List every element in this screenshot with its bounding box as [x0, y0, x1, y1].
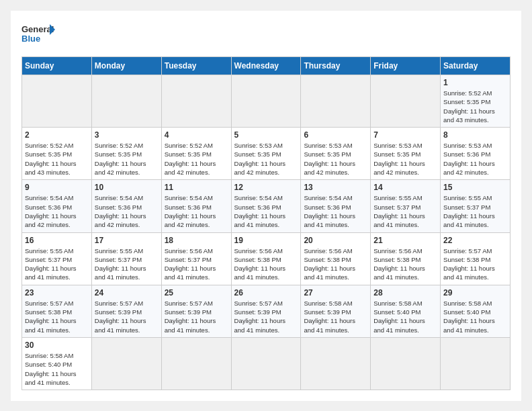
day-cell: [301, 75, 371, 128]
day-info: Sunrise: 5:58 AM Sunset: 5:39 PM Dayligh…: [304, 299, 367, 334]
day-info: Sunrise: 5:57 AM Sunset: 5:38 PM Dayligh…: [25, 299, 89, 334]
day-cell: 27Sunrise: 5:58 AM Sunset: 5:39 PM Dayli…: [301, 285, 371, 337]
day-info: Sunrise: 5:53 AM Sunset: 5:35 PM Dayligh…: [304, 141, 367, 177]
day-cell: 4Sunrise: 5:52 AM Sunset: 5:35 PM Daylig…: [161, 128, 231, 180]
day-cell: [231, 75, 301, 128]
header-cell-monday: Monday: [91, 57, 161, 75]
header-cell-wednesday: Wednesday: [231, 57, 301, 75]
day-cell: [371, 75, 441, 128]
day-info: Sunrise: 5:55 AM Sunset: 5:37 PM Dayligh…: [443, 193, 507, 229]
day-info: Sunrise: 5:52 AM Sunset: 5:35 PM Dayligh…: [443, 89, 507, 124]
day-number: 2: [25, 130, 89, 140]
day-number: 21: [373, 236, 437, 245]
day-cell: 21Sunrise: 5:56 AM Sunset: 5:38 PM Dayli…: [371, 232, 441, 285]
day-number: 22: [443, 236, 507, 245]
day-number: 4: [165, 130, 228, 140]
day-info: Sunrise: 5:58 AM Sunset: 5:40 PM Dayligh…: [373, 299, 437, 334]
day-info: Sunrise: 5:52 AM Sunset: 5:35 PM Dayligh…: [165, 141, 228, 177]
day-cell: 2Sunrise: 5:52 AM Sunset: 5:35 PM Daylig…: [22, 128, 92, 180]
day-cell: 29Sunrise: 5:58 AM Sunset: 5:40 PM Dayli…: [441, 285, 511, 337]
day-number: 10: [95, 183, 159, 192]
day-number: 27: [304, 288, 367, 298]
day-info: Sunrise: 5:55 AM Sunset: 5:37 PM Dayligh…: [95, 246, 159, 282]
day-number: 6: [304, 130, 367, 140]
day-info: Sunrise: 5:52 AM Sunset: 5:35 PM Dayligh…: [95, 141, 159, 177]
header-cell-saturday: Saturday: [441, 57, 511, 75]
day-number: 13: [304, 183, 367, 192]
day-number: 18: [165, 236, 228, 245]
day-number: 29: [443, 288, 507, 298]
day-cell: 23Sunrise: 5:57 AM Sunset: 5:38 PM Dayli…: [22, 285, 92, 337]
day-cell: [441, 337, 511, 390]
day-info: Sunrise: 5:57 AM Sunset: 5:39 PM Dayligh…: [165, 299, 228, 334]
day-cell: 13Sunrise: 5:54 AM Sunset: 5:36 PM Dayli…: [301, 180, 371, 232]
day-cell: 22Sunrise: 5:57 AM Sunset: 5:38 PM Dayli…: [441, 232, 511, 285]
day-cell: 7Sunrise: 5:53 AM Sunset: 5:35 PM Daylig…: [371, 128, 441, 180]
day-cell: 8Sunrise: 5:53 AM Sunset: 5:36 PM Daylig…: [441, 128, 511, 180]
day-cell: 11Sunrise: 5:54 AM Sunset: 5:36 PM Dayli…: [161, 180, 231, 232]
day-cell: 30Sunrise: 5:58 AM Sunset: 5:40 PM Dayli…: [22, 337, 92, 390]
day-info: Sunrise: 5:56 AM Sunset: 5:38 PM Dayligh…: [304, 246, 367, 282]
day-number: 24: [95, 288, 159, 298]
day-info: Sunrise: 5:54 AM Sunset: 5:36 PM Dayligh…: [165, 193, 228, 229]
day-cell: 15Sunrise: 5:55 AM Sunset: 5:37 PM Dayli…: [441, 180, 511, 232]
day-info: Sunrise: 5:55 AM Sunset: 5:37 PM Dayligh…: [25, 246, 89, 282]
day-number: 8: [443, 130, 507, 140]
day-info: Sunrise: 5:56 AM Sunset: 5:38 PM Dayligh…: [373, 246, 437, 282]
day-info: Sunrise: 5:54 AM Sunset: 5:36 PM Dayligh…: [25, 193, 89, 229]
day-info: Sunrise: 5:57 AM Sunset: 5:39 PM Dayligh…: [234, 299, 298, 334]
day-cell: [22, 75, 92, 128]
day-number: 14: [373, 183, 437, 192]
day-info: Sunrise: 5:53 AM Sunset: 5:36 PM Dayligh…: [443, 141, 507, 177]
day-info: Sunrise: 5:53 AM Sunset: 5:35 PM Dayligh…: [234, 141, 298, 177]
day-cell: 10Sunrise: 5:54 AM Sunset: 5:36 PM Dayli…: [91, 180, 161, 232]
day-number: 9: [25, 183, 89, 192]
day-cell: [231, 337, 301, 390]
header-cell-tuesday: Tuesday: [161, 57, 231, 75]
day-info: Sunrise: 5:54 AM Sunset: 5:36 PM Dayligh…: [234, 193, 298, 229]
day-cell: [91, 75, 161, 128]
day-info: Sunrise: 5:54 AM Sunset: 5:36 PM Dayligh…: [95, 193, 159, 229]
header-cell-thursday: Thursday: [301, 57, 371, 75]
day-number: 15: [443, 183, 507, 192]
day-cell: [161, 337, 231, 390]
day-cell: 24Sunrise: 5:57 AM Sunset: 5:39 PM Dayli…: [91, 285, 161, 337]
day-info: Sunrise: 5:57 AM Sunset: 5:38 PM Dayligh…: [443, 246, 507, 282]
day-info: Sunrise: 5:54 AM Sunset: 5:36 PM Dayligh…: [304, 193, 367, 229]
day-number: 5: [234, 130, 298, 140]
day-info: Sunrise: 5:57 AM Sunset: 5:39 PM Dayligh…: [95, 299, 159, 334]
day-cell: 14Sunrise: 5:55 AM Sunset: 5:37 PM Dayli…: [371, 180, 441, 232]
day-number: 1: [443, 78, 507, 87]
day-info: Sunrise: 5:56 AM Sunset: 5:37 PM Dayligh…: [165, 246, 228, 282]
day-cell: [91, 337, 161, 390]
header-cell-friday: Friday: [371, 57, 441, 75]
day-info: Sunrise: 5:53 AM Sunset: 5:35 PM Dayligh…: [373, 141, 437, 177]
calendar-table: SundayMondayTuesdayWednesdayThursdayFrid…: [21, 56, 511, 390]
day-cell: 5Sunrise: 5:53 AM Sunset: 5:35 PM Daylig…: [231, 128, 301, 180]
day-cell: 20Sunrise: 5:56 AM Sunset: 5:38 PM Dayli…: [301, 232, 371, 285]
day-number: 19: [234, 236, 298, 245]
day-cell: 12Sunrise: 5:54 AM Sunset: 5:36 PM Dayli…: [231, 180, 301, 232]
day-cell: 26Sunrise: 5:57 AM Sunset: 5:39 PM Dayli…: [231, 285, 301, 337]
day-number: 30: [25, 340, 89, 350]
day-number: 28: [373, 288, 437, 298]
day-number: 16: [25, 236, 89, 245]
day-info: Sunrise: 5:56 AM Sunset: 5:38 PM Dayligh…: [234, 246, 298, 282]
svg-text:Blue: Blue: [21, 34, 40, 44]
day-number: 12: [234, 183, 298, 192]
day-info: Sunrise: 5:58 AM Sunset: 5:40 PM Dayligh…: [443, 299, 507, 334]
week-row-1: 2Sunrise: 5:52 AM Sunset: 5:35 PM Daylig…: [22, 128, 511, 180]
day-number: 20: [304, 236, 367, 245]
day-cell: 25Sunrise: 5:57 AM Sunset: 5:39 PM Dayli…: [161, 285, 231, 337]
day-cell: 3Sunrise: 5:52 AM Sunset: 5:35 PM Daylig…: [91, 128, 161, 180]
header-cell-sunday: Sunday: [22, 57, 92, 75]
day-cell: 17Sunrise: 5:55 AM Sunset: 5:37 PM Dayli…: [91, 232, 161, 285]
day-cell: [371, 337, 441, 390]
day-cell: [161, 75, 231, 128]
day-number: 17: [95, 236, 159, 245]
header: General Blue: [21, 21, 511, 48]
week-row-5: 30Sunrise: 5:58 AM Sunset: 5:40 PM Dayli…: [22, 337, 511, 390]
logo-svg: General Blue: [21, 21, 55, 48]
week-row-3: 16Sunrise: 5:55 AM Sunset: 5:37 PM Dayli…: [22, 232, 511, 285]
day-info: Sunrise: 5:52 AM Sunset: 5:35 PM Dayligh…: [25, 141, 89, 177]
